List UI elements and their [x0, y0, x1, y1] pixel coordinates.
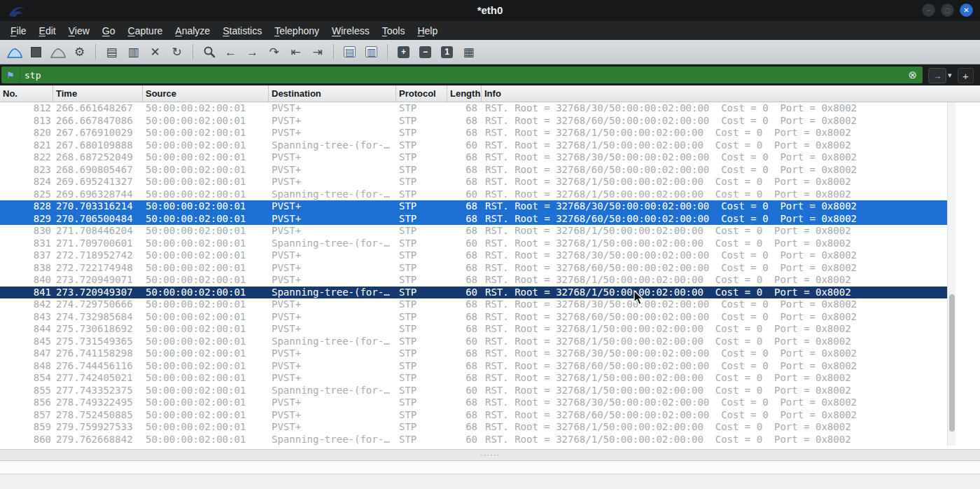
- cell-no: 841: [0, 287, 53, 299]
- packet-row-854[interactable]: 854277.74240502150:00:00:02:00:01PVST+ST…: [0, 372, 947, 385]
- packet-row-824[interactable]: 824269.69524132750:00:00:02:00:01PVST+ST…: [0, 176, 947, 188]
- go-last-packet-icon[interactable]: ⇥: [307, 42, 328, 62]
- packet-row-822[interactable]: 822268.68725204950:00:00:02:00:01PVST+ST…: [0, 151, 947, 164]
- packet-row-848[interactable]: 848276.74445611650:00:00:02:00:01PVST+ST…: [0, 360, 947, 373]
- reload-icon[interactable]: ↻: [166, 42, 188, 62]
- cell-info: RST. Root = 32768/1/50:00:00:02:00:00 Co…: [482, 127, 947, 139]
- col-header-info[interactable]: Info: [482, 85, 980, 102]
- open-file-icon[interactable]: ▤: [101, 42, 122, 62]
- cell-dst: PVST+: [269, 102, 396, 115]
- zoom-100-icon[interactable]: 1: [436, 42, 458, 62]
- capture-options-icon[interactable]: ⚙: [69, 42, 90, 62]
- save-file-icon[interactable]: ▥: [122, 42, 144, 62]
- cell-info: RST. Root = 32768/60/50:00:00:02:00:00 C…: [482, 360, 947, 373]
- packet-row-829[interactable]: 829270.70650048450:00:00:02:00:01PVST+ST…: [0, 213, 947, 226]
- menu-edit[interactable]: Edit: [33, 23, 62, 39]
- menu-capture[interactable]: Capture: [122, 23, 169, 39]
- go-to-packet-icon[interactable]: ↷: [263, 42, 285, 62]
- packet-row-837[interactable]: 837272.71895274250:00:00:02:00:01PVST+ST…: [0, 249, 947, 262]
- packet-row-845[interactable]: 845275.73154936550:00:00:02:00:01Spannin…: [0, 336, 947, 348]
- packet-row-823[interactable]: 823268.69080546750:00:00:02:00:01PVST+ST…: [0, 164, 947, 177]
- vertical-scrollbar[interactable]: [947, 102, 955, 446]
- col-header-protocol[interactable]: Protocol: [396, 85, 447, 102]
- cell-time: 274.729750666: [53, 298, 143, 311]
- filter-clear-icon[interactable]: ⊗: [908, 69, 917, 80]
- cell-time: 272.718952742: [53, 249, 143, 262]
- cell-src: 50:00:00:02:00:01: [143, 262, 269, 275]
- packet-row-856[interactable]: 856278.74932249550:00:00:02:00:01PVST+ST…: [0, 397, 947, 409]
- col-header-source[interactable]: Source: [143, 85, 269, 102]
- packet-row-830[interactable]: 830271.70844620450:00:00:02:00:01PVST+ST…: [0, 225, 947, 237]
- packet-row-855[interactable]: 855277.74335237550:00:00:02:00:01Spannin…: [0, 385, 947, 397]
- autoscroll-icon[interactable]: ▥: [360, 42, 382, 62]
- go-forward-icon[interactable]: →: [241, 42, 263, 62]
- col-header-length[interactable]: Length: [447, 85, 482, 102]
- menu-analyze[interactable]: Analyze: [169, 23, 216, 39]
- cell-src: 50:00:00:02:00:01: [143, 323, 269, 336]
- menu-statistics[interactable]: Statistics: [216, 23, 268, 39]
- col-header-time[interactable]: Time: [53, 85, 143, 102]
- packet-row-812[interactable]: 812266.66164826750:00:00:02:00:01PVST+ST…: [0, 102, 947, 115]
- packet-row-842[interactable]: 842274.72975066650:00:00:02:00:01PVST+ST…: [0, 298, 947, 311]
- packet-row-838[interactable]: 838272.72217494850:00:00:02:00:01PVST+ST…: [0, 262, 947, 275]
- cell-info: RST. Root = 32768/30/50:00:00:02:00:00 C…: [482, 200, 947, 213]
- pane-splitter[interactable]: ······: [0, 449, 980, 461]
- cell-time: 273.720949071: [53, 274, 143, 287]
- cell-len: 68: [447, 360, 482, 373]
- cell-len: 68: [447, 421, 482, 434]
- filter-bookmark-icon[interactable]: ⚑: [1, 67, 20, 83]
- packet-row-857[interactable]: 857278.75245088550:00:00:02:00:01PVST+ST…: [0, 409, 947, 422]
- filter-dropdown-icon[interactable]: ▾: [948, 71, 952, 80]
- cell-src: 50:00:00:02:00:01: [143, 274, 269, 287]
- packet-row-825[interactable]: 825269.69632874450:00:00:02:00:01Spannin…: [0, 188, 947, 201]
- packet-row-831[interactable]: 831271.70970060150:00:00:02:00:01Spannin…: [0, 237, 947, 250]
- packet-row-841[interactable]: 841273.72094930750:00:00:02:00:01Spannin…: [0, 287, 947, 299]
- window-title: *eth0: [0, 4, 980, 16]
- cell-len: 68: [447, 262, 482, 275]
- cell-time: 279.759927533: [53, 421, 143, 434]
- packet-row-843[interactable]: 843274.73298568450:00:00:02:00:01PVST+ST…: [0, 311, 947, 324]
- scrollbar-thumb[interactable]: [949, 294, 955, 432]
- menu-file[interactable]: File: [4, 23, 33, 39]
- zoom-in-icon[interactable]: +: [393, 42, 414, 62]
- close-file-icon[interactable]: ✕: [144, 42, 166, 62]
- minimize-button[interactable]: −: [922, 4, 935, 17]
- packet-row-847[interactable]: 847276.74115829850:00:00:02:00:01PVST+ST…: [0, 347, 947, 360]
- packet-row-860[interactable]: 860279.76266884250:00:00:02:00:01Spannin…: [0, 434, 947, 446]
- find-packet-icon[interactable]: [198, 42, 220, 62]
- close-button[interactable]: ✕: [960, 4, 973, 17]
- menu-wireless[interactable]: Wireless: [326, 23, 376, 39]
- display-filter-input[interactable]: ⚑ stp ⊗: [1, 67, 923, 83]
- menu-help[interactable]: Help: [411, 23, 444, 39]
- resize-columns-icon[interactable]: ▦: [458, 42, 479, 62]
- menu-telephony[interactable]: Telephony: [268, 23, 326, 39]
- cell-time: 268.687252049: [53, 151, 143, 164]
- filter-apply-icon[interactable]: →: [928, 68, 946, 83]
- packet-row-844[interactable]: 844275.73061869250:00:00:02:00:01PVST+ST…: [0, 323, 947, 336]
- zoom-out-icon[interactable]: −: [414, 42, 436, 62]
- wireshark-window: *eth0 − ▢ ✕ FileEditViewGoCaptureAnalyze…: [0, 0, 980, 489]
- start-capture-icon[interactable]: [4, 42, 25, 62]
- cell-info: RST. Root = 32768/1/50:00:00:02:00:00 Co…: [482, 139, 947, 152]
- col-header-no[interactable]: No.: [0, 85, 53, 102]
- col-header-destination[interactable]: Destination: [269, 85, 396, 102]
- packet-row-813[interactable]: 813266.66784708650:00:00:02:00:01PVST+ST…: [0, 115, 947, 128]
- packet-row-821[interactable]: 821267.68010988850:00:00:02:00:01Spannin…: [0, 139, 947, 152]
- stop-capture-icon[interactable]: [25, 42, 47, 62]
- packet-row-820[interactable]: 820267.67691002950:00:00:02:00:01PVST+ST…: [0, 127, 947, 139]
- menu-tools[interactable]: Tools: [376, 23, 412, 39]
- colorize-list-icon[interactable]: ▤: [339, 42, 360, 62]
- splitter-handle[interactable]: ······: [480, 453, 500, 457]
- go-first-packet-icon[interactable]: ⇤: [285, 42, 307, 62]
- maximize-button[interactable]: ▢: [941, 4, 954, 17]
- restart-capture-icon[interactable]: [47, 42, 69, 62]
- menu-go[interactable]: Go: [96, 23, 122, 39]
- packet-row-828[interactable]: 828270.70331621450:00:00:02:00:01PVST+ST…: [0, 200, 947, 213]
- go-back-icon[interactable]: ←: [220, 42, 241, 62]
- add-filter-button[interactable]: +: [958, 68, 974, 83]
- menu-view[interactable]: View: [62, 23, 96, 39]
- packet-row-859[interactable]: 859279.75992753350:00:00:02:00:01PVST+ST…: [0, 421, 947, 434]
- cell-len: 68: [447, 298, 482, 311]
- cell-no: 844: [0, 323, 53, 336]
- packet-row-840[interactable]: 840273.72094907150:00:00:02:00:01PVST+ST…: [0, 274, 947, 287]
